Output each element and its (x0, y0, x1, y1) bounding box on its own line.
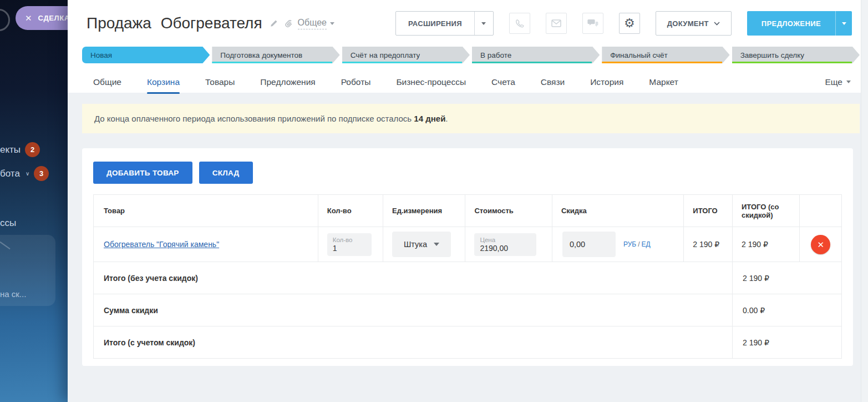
tab-invoices[interactable]: Счета (491, 77, 515, 94)
summary-label: Итого (без учета скидок) (94, 262, 733, 294)
email-button[interactable] (546, 13, 567, 34)
delete-row-button[interactable]: ✕ (811, 235, 830, 254)
warehouse-button[interactable]: СКЛАД (199, 162, 253, 184)
tab-more[interactable]: Еще (825, 77, 851, 94)
summary-label: Сумма скидки (94, 294, 733, 326)
close-icon[interactable]: ✕ (25, 13, 32, 23)
extensions-dropdown-arrow[interactable] (474, 12, 493, 35)
scrollbar[interactable] (861, 0, 868, 402)
notice-highlight: 14 дней (414, 114, 445, 123)
sidebar-item-processes[interactable]: ссы (0, 218, 16, 229)
column-header-total: ИТОГО (684, 195, 733, 227)
widget-text: на ск... (0, 289, 26, 299)
chat-icon (587, 18, 598, 28)
tab-links[interactable]: Связи (541, 77, 565, 94)
counter-badge: 2 (25, 142, 40, 157)
product-row: Обогреватель "Горячий камень" Кол-во 1 Ш… (94, 227, 842, 262)
column-header-total-discounted: ИТОГО (со скидкой) (733, 195, 800, 227)
floating-button-partial[interactable] (0, 9, 10, 31)
stage-in-progress[interactable]: В работе (472, 47, 600, 63)
deal-stage-pipeline: Новая Подготовка документов Счёт на пред… (82, 47, 860, 63)
chevron-down-icon (434, 243, 439, 246)
stage-underline (732, 62, 852, 63)
sidebar-item-label: ссы (0, 218, 16, 229)
summary-value: 2 190 ₽ (733, 262, 842, 294)
stage-prepayment-invoice[interactable]: Счёт на предоплату (342, 47, 470, 63)
document-button[interactable]: ДОКУМЕНТ (656, 11, 732, 36)
summary-row-discount: Сумма скидки 0.00 ₽ (94, 294, 842, 326)
summary-value: 0.00 ₽ (733, 294, 842, 326)
deal-slider-tag[interactable]: ✕ СДЕЛКА (16, 6, 68, 30)
tab-general[interactable]: Общие (93, 77, 121, 94)
stage-close-deal[interactable]: Завершить сделку (732, 47, 860, 63)
discount-unit-link[interactable]: ЕД (642, 240, 651, 248)
column-header-quantity: Кол-во (318, 195, 383, 227)
discount-value: 0,00 (570, 240, 585, 249)
price-input[interactable]: Цена 2190,00 (474, 233, 536, 256)
paperclip-icon[interactable] (283, 18, 293, 28)
summary-label: Итого (с учетом скидок) (94, 326, 733, 359)
product-name-link[interactable]: Обогреватель "Горячий камень" (104, 240, 219, 249)
tab-content: До конца оплаченного периода использован… (68, 93, 861, 402)
sidebar-item-work[interactable]: бота ∨ 3 (0, 166, 49, 181)
tab-offers[interactable]: Предложения (260, 77, 315, 94)
cart-table: Товар Кол-во Ед.измерения Стоимость Скид… (93, 194, 842, 359)
sidebar-item-label: екты (0, 144, 21, 155)
tab-cart[interactable]: Корзина (147, 77, 180, 94)
column-header-actions (800, 195, 842, 227)
scope-selector[interactable]: Общее (298, 18, 334, 29)
document-button-label: ДОКУМЕНТ (667, 19, 709, 28)
unit-select[interactable]: Штука (392, 232, 451, 257)
offer-dropdown-arrow[interactable] (835, 11, 852, 36)
phone-button[interactable] (509, 13, 530, 34)
tab-market[interactable]: Маркет (649, 77, 678, 94)
chevron-down-icon (846, 81, 851, 83)
column-header-cost: Стоимость (465, 195, 552, 227)
stage-new[interactable]: Новая (82, 47, 210, 63)
widget-line-decoration (0, 242, 11, 249)
settings-button[interactable]: ⚙ (619, 13, 640, 34)
quantity-input[interactable]: Кол-во 1 (327, 233, 372, 256)
subscription-notice: До конца оплаченного периода использован… (82, 104, 860, 133)
stage-underline (472, 62, 592, 63)
header-actions: РАСШИРЕНИЯ ⚙ ДО (395, 11, 852, 36)
offer-button-label: ПРЕДЛОЖЕНИЕ (747, 11, 835, 36)
chevron-down-icon (481, 22, 486, 25)
stage-final-invoice[interactable]: Финальный счёт (602, 47, 729, 63)
stage-document-preparation[interactable]: Подготовка документов (212, 47, 339, 63)
column-header-product: Товар (94, 195, 318, 227)
sidebar-item-projects[interactable]: екты 2 (0, 142, 40, 157)
row-total-discounted: 2 190 ₽ (737, 240, 768, 249)
summary-row-subtotal: Итого (без учета скидок) 2 190 ₽ (94, 262, 842, 294)
stage-underline (342, 62, 462, 63)
deal-tabs: Общие Корзина Товары Предложения Роботы … (68, 63, 861, 93)
deal-slider-panel: Продажа Обогревателя Общее РАСШИРЕНИЯ (68, 0, 861, 402)
discount-input[interactable]: 0,00 (562, 232, 616, 257)
sidebar-widget[interactable]: на ск... (0, 235, 55, 306)
title-row: Продажа Обогревателя Общее РАСШИРЕНИЯ (68, 0, 861, 39)
offer-button[interactable]: ПРЕДЛОЖЕНИЕ (747, 11, 852, 36)
chevron-down-icon (842, 22, 846, 25)
add-product-button[interactable]: ДОБАВИТЬ ТОВАР (93, 162, 192, 184)
edit-pencil-icon[interactable] (269, 18, 279, 28)
screen: ✕ СДЕЛКА екты 2 бота ∨ 3 ссы на ск... Пр… (0, 0, 868, 402)
page-title: Продажа Обогревателя (87, 14, 262, 32)
sidebar-background: ✕ СДЕЛКА екты 2 бота ∨ 3 ссы на ск... (0, 0, 68, 402)
row-total: 2 190 ₽ (688, 240, 719, 249)
tab-products[interactable]: Товары (205, 77, 235, 94)
tab-history[interactable]: История (590, 77, 623, 94)
summary-value: 2 190 ₽ (733, 326, 842, 359)
summary-row-grand-total: Итого (с учетом скидок) 2 190 ₽ (94, 326, 842, 359)
chat-button[interactable] (582, 13, 603, 34)
extensions-button[interactable]: РАСШИРЕНИЯ (395, 11, 494, 36)
tab-robots[interactable]: Роботы (341, 77, 371, 94)
column-header-discount: Скидка (552, 195, 683, 227)
gear-icon: ⚙ (624, 17, 635, 29)
column-header-unit: Ед.измерения (383, 195, 465, 227)
chevron-down-icon (330, 22, 334, 25)
table-header-row: Товар Кол-во Ед.измерения Стоимость Скид… (94, 195, 842, 227)
tab-business-processes[interactable]: Бизнес-процессы (396, 77, 466, 94)
deal-tag-label: СДЕЛКА (38, 14, 70, 22)
discount-currency-link[interactable]: РУБ (623, 240, 636, 248)
delete-x-icon: ✕ (817, 240, 824, 249)
